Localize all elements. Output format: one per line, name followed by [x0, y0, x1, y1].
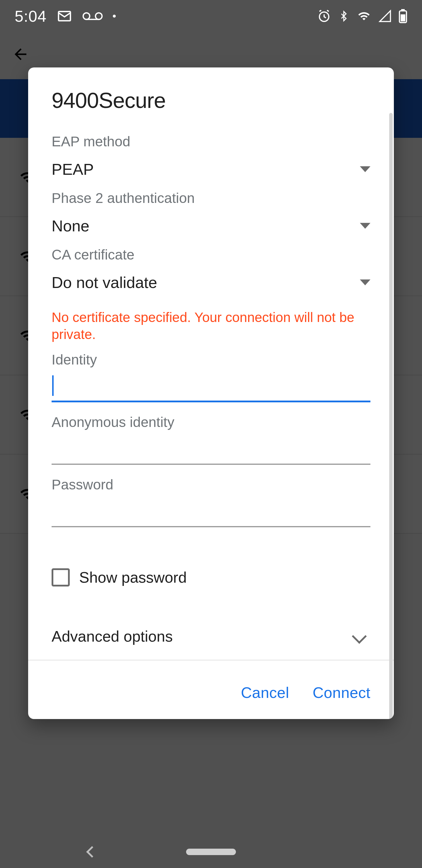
svg-rect-6: [401, 9, 405, 11]
dialog-title: 9400Secure: [52, 88, 370, 113]
eap-method-label: EAP method: [52, 133, 370, 150]
signal-icon: [379, 10, 392, 23]
mail-icon: [57, 8, 72, 24]
nav-bar: [0, 836, 422, 868]
ca-cert-label: CA certificate: [52, 247, 370, 263]
nav-back-icon[interactable]: [86, 846, 98, 858]
wifi-config-dialog: 9400Secure EAP method PEAP Phase 2 authe…: [28, 67, 394, 719]
notification-dot-icon: [113, 15, 116, 18]
dropdown-caret-icon: [360, 279, 370, 285]
anonymous-identity-label: Anonymous identity: [52, 414, 370, 430]
phase2-value: None: [52, 217, 89, 235]
voicemail-icon: [83, 10, 103, 22]
cancel-button[interactable]: Cancel: [241, 684, 289, 702]
ca-cert-value: Do not validate: [52, 273, 157, 291]
dropdown-caret-icon: [360, 166, 370, 172]
svg-point-1: [83, 13, 90, 19]
bluetooth-icon: [338, 9, 349, 23]
anonymous-identity-input[interactable]: [52, 435, 370, 465]
phase2-label: Phase 2 authentication: [52, 190, 370, 206]
dropdown-caret-icon: [360, 223, 370, 229]
password-label: Password: [52, 476, 370, 493]
show-password-label: Show password: [79, 568, 187, 586]
battery-icon: [398, 9, 407, 23]
identity-label: Identity: [52, 351, 370, 368]
eap-method-value: PEAP: [52, 160, 94, 178]
show-password-checkbox[interactable]: Show password: [52, 568, 370, 587]
ca-cert-dropdown[interactable]: Do not validate: [52, 273, 370, 291]
dialog-actions: Cancel Connect: [28, 672, 394, 719]
connect-button[interactable]: Connect: [313, 684, 370, 702]
eap-method-dropdown[interactable]: PEAP: [52, 160, 370, 178]
chevron-down-icon: [352, 629, 367, 644]
certificate-warning: No certificate specified. Your connectio…: [52, 309, 370, 343]
identity-input[interactable]: [52, 373, 370, 402]
status-bar: 5:04: [0, 0, 422, 32]
checkbox-box-icon: [52, 568, 70, 587]
svg-rect-7: [400, 14, 405, 22]
advanced-options-label: Advanced options: [52, 627, 173, 645]
text-cursor: [52, 375, 54, 396]
svg-point-2: [96, 13, 102, 19]
wifi-icon: [356, 10, 371, 22]
status-time: 5:04: [15, 7, 46, 25]
phase2-dropdown[interactable]: None: [52, 217, 370, 235]
nav-home-pill[interactable]: [186, 849, 236, 855]
divider: [28, 660, 394, 660]
password-input[interactable]: [52, 498, 370, 527]
alarm-icon: [317, 9, 331, 23]
advanced-options-toggle[interactable]: Advanced options: [52, 627, 370, 654]
scrollbar[interactable]: [389, 113, 393, 719]
